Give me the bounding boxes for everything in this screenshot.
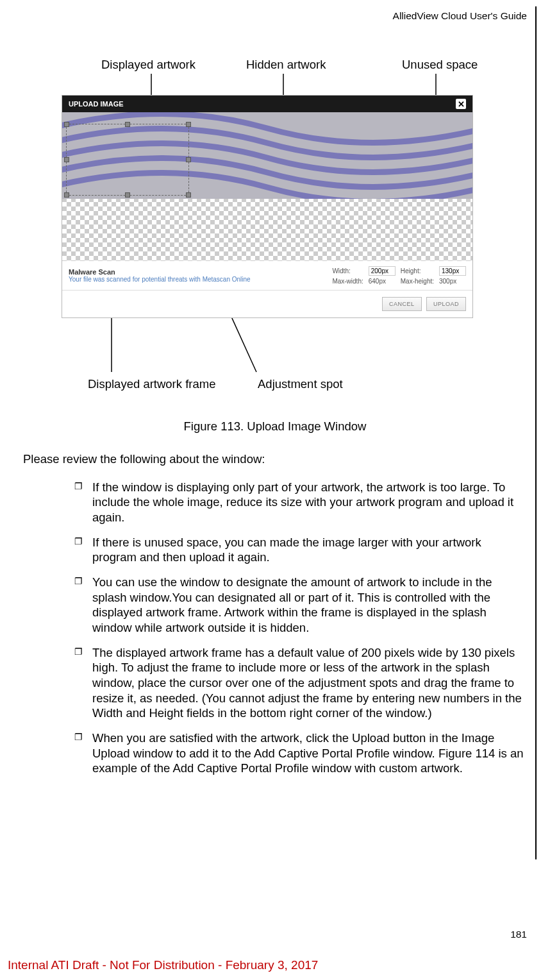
info-bar: Malware Scan Your file was scanned for p… (62, 261, 472, 291)
resize-handle-bm[interactable] (125, 192, 130, 198)
dialog-buttons: CANCEL UPLOAD (62, 291, 472, 317)
width-field[interactable] (369, 266, 396, 276)
cancel-button[interactable]: CANCEL (382, 297, 422, 311)
dimensions-panel: Width: Height: Max-width: 640px Max-heig… (332, 266, 466, 285)
resize-handle-tl[interactable] (64, 122, 69, 127)
label-displayed-frame: Displayed artwork frame (88, 377, 215, 391)
height-field[interactable] (439, 266, 466, 276)
resize-handle-bl[interactable] (64, 192, 69, 198)
resize-handle-ml[interactable] (64, 157, 69, 162)
header-title: AlliedView Cloud User's Guide (393, 10, 527, 22)
intro-line: Please review the following about the wi… (23, 452, 524, 467)
bullet-item: If the window is displaying only part of… (74, 480, 524, 525)
malware-subtitle: Your file was scanned for potential thre… (69, 276, 332, 283)
upload-button[interactable]: UPLOAD (426, 297, 466, 311)
width-label: Width: (332, 267, 363, 275)
displayed-artwork-frame[interactable] (66, 124, 189, 196)
page-number: 181 (510, 929, 527, 940)
body-text: Please review the following about the wi… (23, 452, 524, 786)
image-canvas[interactable] (62, 112, 472, 261)
label-displayed-artwork: Displayed artwork (101, 58, 196, 72)
resize-handle-br[interactable] (186, 192, 191, 198)
dialog-header: UPLOAD IMAGE ✕ (62, 96, 472, 112)
maxwidth-value: 640px (369, 278, 396, 285)
dialog-title: UPLOAD IMAGE (69, 100, 124, 108)
bullet-item: If there is unused space, you can made t… (74, 535, 524, 565)
figure-container: UPLOAD IMAGE ✕ (62, 95, 473, 318)
malware-title: Malware Scan (69, 268, 332, 276)
bullet-item: When you are satisfied with the artwork,… (74, 731, 524, 776)
close-icon[interactable]: ✕ (456, 99, 466, 109)
maxwidth-label: Max-width: (332, 278, 363, 285)
bullet-item: You can use the window to designate the … (74, 575, 524, 636)
resize-handle-tr[interactable] (186, 122, 191, 127)
footer-draft-notice: Internal ATI Draft - Not For Distributio… (8, 958, 318, 972)
label-adjustment-spot: Adjustment spot (258, 377, 343, 391)
label-hidden-artwork: Hidden artwork (246, 58, 326, 72)
maxheight-value: 300px (439, 278, 466, 285)
label-unused-space: Unused space (402, 58, 478, 72)
bullet-item: The displayed artwork frame has a defaul… (74, 645, 524, 721)
malware-scan-info: Malware Scan Your file was scanned for p… (69, 268, 332, 283)
bullet-list: If the window is displaying only part of… (23, 480, 524, 776)
upload-image-dialog: UPLOAD IMAGE ✕ (62, 95, 473, 318)
resize-handle-tm[interactable] (125, 122, 130, 127)
resize-handle-mr[interactable] (186, 157, 191, 162)
figure-caption: Figure 113. Upload Image Window (0, 419, 550, 434)
maxheight-label: Max-height: (401, 278, 434, 285)
height-label: Height: (401, 267, 434, 275)
